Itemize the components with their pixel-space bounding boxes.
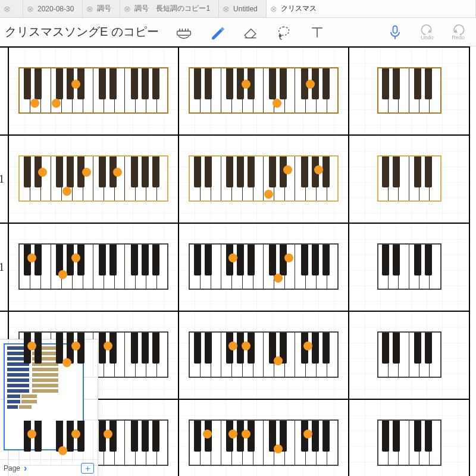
svg-rect-5 bbox=[393, 26, 397, 33]
tab-label: Untitled bbox=[233, 5, 258, 13]
tab-label: 調号 長短調のコピー1 bbox=[134, 4, 210, 14]
chord-marker bbox=[274, 444, 283, 453]
redo-label: Redo bbox=[452, 35, 465, 40]
view-mode-button[interactable] bbox=[170, 19, 198, 45]
piano-keyboard bbox=[377, 243, 441, 290]
piano-keyboard bbox=[18, 67, 168, 114]
toolbar: クリスマスソングE のコピー bbox=[0, 18, 476, 46]
chord-marker bbox=[27, 253, 36, 262]
text-tool-button[interactable] bbox=[303, 19, 331, 45]
tab-0[interactable]: ⊗ bbox=[0, 0, 23, 17]
piano-keyboard bbox=[377, 67, 441, 114]
grid-cell[interactable] bbox=[8, 135, 178, 223]
undo-label: Undo bbox=[421, 35, 434, 40]
tab-label: 2020-08-30 bbox=[37, 5, 74, 13]
svg-rect-0 bbox=[177, 31, 191, 35]
chord-marker bbox=[242, 430, 250, 439]
tab-2[interactable]: ⊗ 調号 bbox=[83, 0, 120, 17]
chord-marker bbox=[274, 356, 283, 365]
chord-marker bbox=[71, 253, 80, 262]
chord-marker bbox=[38, 168, 47, 177]
tab-strip: ⊗ ⊗ 2020-08-30 ⊗ 調号 ⊗ 調号 長短調のコピー1 ⊗ Unti… bbox=[0, 0, 476, 18]
grid-cell[interactable] bbox=[178, 47, 349, 135]
grid-cell[interactable] bbox=[349, 223, 469, 311]
piano-keyboard bbox=[189, 243, 339, 290]
chevron-right-icon[interactable]: › bbox=[24, 463, 27, 474]
tab-label: 調号 bbox=[97, 4, 111, 14]
redo-button[interactable]: Redo bbox=[445, 24, 471, 40]
grid-cell[interactable] bbox=[349, 311, 469, 399]
eraser-tool-button[interactable] bbox=[236, 19, 265, 45]
chord-marker bbox=[71, 80, 80, 89]
chord-marker bbox=[242, 342, 250, 350]
piano-keyboard bbox=[377, 331, 441, 378]
undo-button[interactable]: Undo bbox=[414, 24, 440, 40]
close-icon[interactable]: ⊗ bbox=[223, 5, 230, 13]
chord-marker bbox=[104, 430, 112, 439]
chord-marker bbox=[284, 253, 293, 262]
grid-cell[interactable] bbox=[178, 399, 349, 476]
chord-marker bbox=[113, 168, 122, 177]
piano-keyboard bbox=[189, 155, 339, 202]
close-icon[interactable]: ⊗ bbox=[27, 5, 34, 13]
grid-cell[interactable] bbox=[178, 135, 349, 223]
chord-marker bbox=[71, 342, 80, 350]
tab-label: クリスマス bbox=[281, 4, 317, 14]
grid-cell[interactable] bbox=[349, 135, 469, 223]
page-label: Page bbox=[4, 464, 20, 472]
row-label: 1 bbox=[0, 135, 8, 223]
chord-marker bbox=[82, 168, 91, 177]
pen-tool-button[interactable] bbox=[203, 19, 231, 45]
piano-keyboard bbox=[189, 331, 339, 378]
chord-marker bbox=[27, 342, 36, 350]
tab-1[interactable]: ⊗ 2020-08-30 bbox=[23, 0, 83, 17]
lasso-tool-button[interactable] bbox=[270, 19, 298, 45]
tab-3[interactable]: ⊗ 調号 長短調のコピー1 bbox=[120, 0, 219, 17]
row-label: 1 bbox=[0, 223, 8, 311]
grid-cell[interactable] bbox=[8, 223, 178, 311]
tab-4[interactable]: ⊗ Untitled bbox=[219, 0, 267, 17]
grid-cell[interactable] bbox=[178, 311, 349, 399]
chord-marker bbox=[242, 80, 250, 89]
chord-marker bbox=[203, 430, 212, 439]
chord-marker bbox=[27, 430, 36, 439]
close-icon[interactable]: ⊗ bbox=[4, 5, 11, 13]
tab-5[interactable]: ⊗ クリスマス bbox=[267, 0, 476, 17]
chord-marker bbox=[264, 190, 273, 199]
close-icon[interactable]: ⊗ bbox=[124, 5, 131, 13]
microphone-button[interactable] bbox=[381, 19, 409, 45]
svg-point-2 bbox=[279, 35, 281, 37]
document-title: クリスマスソングE のコピー bbox=[5, 24, 165, 40]
piano-keyboard bbox=[18, 243, 168, 290]
chord-marker bbox=[306, 80, 315, 89]
close-icon[interactable]: ⊗ bbox=[270, 5, 277, 13]
piano-keyboard bbox=[377, 155, 441, 202]
piano-keyboard bbox=[189, 419, 339, 466]
piano-keyboard bbox=[18, 155, 168, 202]
chord-marker bbox=[283, 165, 292, 174]
piano-keyboard bbox=[189, 67, 339, 114]
chord-marker bbox=[71, 430, 80, 439]
grid-cell[interactable] bbox=[8, 47, 178, 135]
grid-cell[interactable] bbox=[349, 47, 469, 135]
chord-marker bbox=[274, 274, 283, 283]
grid-cell[interactable] bbox=[349, 399, 469, 476]
row-label bbox=[0, 47, 8, 135]
chord-marker bbox=[104, 342, 112, 350]
grid-cell[interactable] bbox=[178, 223, 349, 311]
add-page-button[interactable]: ＋ bbox=[81, 463, 94, 474]
piano-keyboard bbox=[377, 419, 441, 466]
close-icon[interactable]: ⊗ bbox=[86, 5, 93, 13]
